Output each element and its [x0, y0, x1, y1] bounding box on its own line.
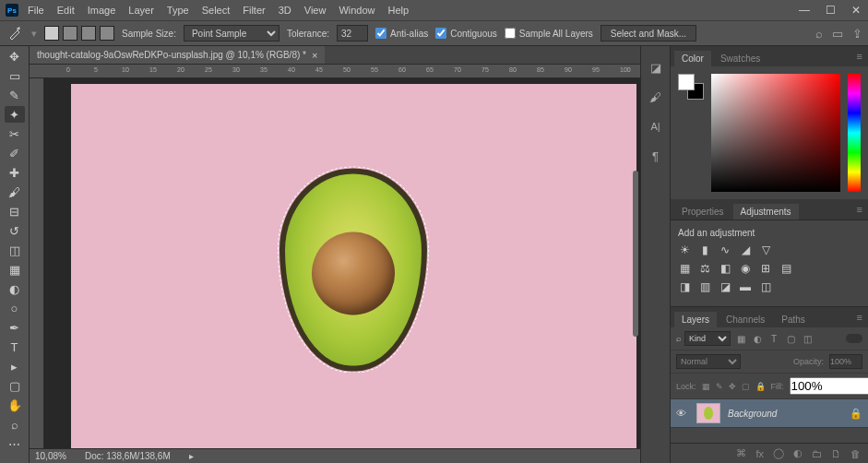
brush-tool[interactable]: 🖌	[5, 184, 25, 200]
type-tool[interactable]: T	[5, 338, 25, 355]
balance-icon[interactable]: ⚖	[698, 262, 711, 275]
lookup-icon[interactable]: ▤	[779, 262, 792, 275]
eyedropper-tool[interactable]: ✐	[5, 145, 25, 161]
lasso-tool[interactable]: ✎	[5, 87, 25, 103]
layer-name[interactable]: Background	[728, 409, 842, 419]
workspace-icon[interactable]: ▭	[832, 27, 843, 41]
posterize-icon[interactable]: ▥	[698, 280, 711, 293]
filter-smart-icon[interactable]: ◫	[801, 332, 814, 345]
close-tab-icon[interactable]: ×	[312, 50, 317, 61]
adjustments-panel-menu-icon[interactable]: ≡	[857, 204, 862, 215]
blur-tool[interactable]: ◐	[5, 280, 25, 297]
foreground-background-swatch[interactable]	[678, 74, 704, 100]
maximize-button[interactable]: ☐	[824, 4, 837, 17]
hue-icon[interactable]: ▦	[678, 262, 691, 275]
menu-window[interactable]: Window	[339, 5, 375, 16]
vibrance-icon[interactable]: ▽	[759, 243, 772, 256]
tab-channels[interactable]: Channels	[719, 312, 772, 327]
link-layers-icon[interactable]: ⌘	[736, 447, 746, 459]
menu-edit[interactable]: Edit	[57, 5, 75, 16]
color-picker-field[interactable]	[711, 74, 840, 192]
lock-transparent-icon[interactable]: ▦	[702, 382, 710, 391]
gradient-tool[interactable]: ▦	[5, 261, 25, 278]
history-panel-icon[interactable]: ◪	[648, 59, 664, 76]
canvas[interactable]	[71, 84, 636, 448]
path-select-tool[interactable]: ▸	[5, 358, 25, 374]
sample-all-checkbox[interactable]	[505, 28, 516, 39]
document-tab[interactable]: thought-catalog-9aOswReDKPo-unsplash.jpg…	[30, 46, 325, 64]
exposure-icon[interactable]: ◢	[739, 243, 752, 256]
filter-toggle[interactable]	[846, 334, 862, 343]
anti-alias-checkbox[interactable]	[375, 28, 386, 39]
blend-mode-select[interactable]: Normal	[676, 354, 741, 369]
tolerance-input[interactable]	[337, 25, 368, 42]
gradient-map-icon[interactable]: ▬	[739, 280, 752, 293]
menu-file[interactable]: File	[28, 5, 44, 16]
zoom-tool[interactable]: ⌕	[5, 416, 25, 433]
paragraph-panel-icon[interactable]: ¶	[648, 148, 664, 164]
share-icon[interactable]: ⇪	[852, 27, 862, 41]
selection-mode-icons[interactable]	[44, 26, 114, 41]
lock-position-icon[interactable]: ✥	[729, 382, 736, 391]
tab-paths[interactable]: Paths	[774, 312, 813, 327]
invert-icon[interactable]: ◨	[678, 280, 691, 293]
fill-input[interactable]	[790, 377, 868, 395]
channel-mixer-icon[interactable]: ⊞	[759, 262, 772, 275]
lock-pixels-icon[interactable]: ✎	[716, 382, 723, 391]
pen-tool[interactable]: ✒	[5, 319, 25, 336]
tab-color[interactable]: Color	[674, 51, 711, 66]
menu-view[interactable]: View	[304, 5, 327, 16]
brush-panel-icon[interactable]: 🖌	[648, 89, 664, 105]
filter-type-icon[interactable]: T	[767, 332, 780, 345]
tab-layers[interactable]: Layers	[674, 312, 717, 327]
select-and-mask-button[interactable]: Select and Mask...	[600, 25, 696, 42]
menu-3d[interactable]: 3D	[279, 5, 291, 16]
layer-lock-icon[interactable]: 🔒	[850, 408, 862, 420]
filter-pixel-icon[interactable]: ▦	[734, 332, 747, 345]
layer-filter-kind[interactable]: Kind	[684, 331, 731, 346]
zoom-level[interactable]: 10,08%	[35, 451, 66, 461]
tab-adjustments[interactable]: Adjustments	[733, 204, 799, 220]
threshold-icon[interactable]: ◪	[719, 280, 731, 293]
brightness-icon[interactable]: ☀	[678, 243, 691, 256]
lock-artboard-icon[interactable]: ▢	[742, 382, 750, 391]
more-tools[interactable]: ⋯	[5, 435, 25, 452]
layer-thumbnail[interactable]	[696, 403, 720, 423]
dodge-tool[interactable]: ○	[5, 300, 25, 316]
marquee-tool[interactable]: ▭	[5, 67, 25, 84]
magic-wand-tool[interactable]: ✦	[5, 106, 25, 123]
delete-layer-icon[interactable]: 🗑	[850, 448, 861, 459]
curves-icon[interactable]: ∿	[719, 243, 731, 256]
selective-color-icon[interactable]: ◫	[759, 280, 772, 293]
minimize-button[interactable]: —	[798, 4, 811, 17]
search-icon[interactable]: ⌕	[815, 27, 823, 41]
layer-style-icon[interactable]: fx	[755, 448, 764, 459]
new-adjustment-icon[interactable]: ◐	[793, 447, 803, 459]
new-layer-icon[interactable]: 🗋	[831, 448, 841, 459]
contiguous-checkbox[interactable]	[435, 28, 446, 39]
levels-icon[interactable]: ▮	[698, 243, 711, 256]
tab-swatches[interactable]: Swatches	[713, 51, 767, 66]
photo-filter-icon[interactable]: ◉	[739, 262, 752, 275]
layer-row-background[interactable]: 👁 Background 🔒	[671, 399, 868, 428]
shape-tool[interactable]: ▢	[5, 377, 25, 394]
new-group-icon[interactable]: 🗀	[812, 448, 822, 459]
tab-properties[interactable]: Properties	[674, 204, 731, 220]
stamp-tool[interactable]: ⊟	[5, 203, 25, 220]
magic-wand-tool-icon[interactable]	[6, 24, 24, 42]
hand-tool[interactable]: ✋	[5, 397, 25, 413]
menu-help[interactable]: Help	[388, 5, 410, 16]
crop-tool[interactable]: ✂	[5, 125, 25, 142]
close-button[interactable]: ✕	[850, 4, 862, 17]
bw-icon[interactable]: ◧	[719, 262, 731, 275]
menu-filter[interactable]: Filter	[243, 5, 265, 16]
filter-adjust-icon[interactable]: ◐	[751, 332, 764, 345]
history-brush-tool[interactable]: ↺	[5, 222, 25, 239]
menu-select[interactable]: Select	[202, 5, 231, 16]
layers-panel-menu-icon[interactable]: ≡	[857, 312, 862, 323]
color-panel-menu-icon[interactable]: ≡	[857, 51, 862, 62]
character-panel-icon[interactable]: A|	[648, 118, 664, 135]
menu-layer[interactable]: Layer	[128, 5, 154, 16]
move-tool[interactable]: ✥	[5, 48, 25, 65]
layer-visibility-icon[interactable]: 👁	[676, 408, 689, 419]
